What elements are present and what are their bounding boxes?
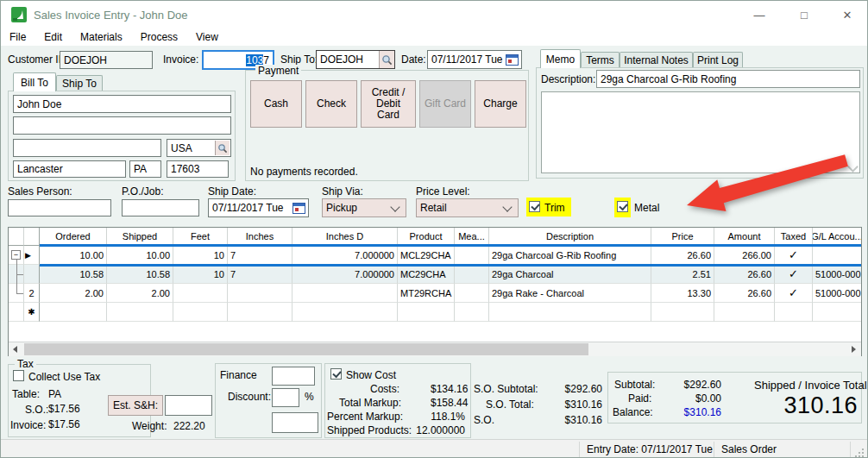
country-lookup-button[interactable] <box>215 141 230 155</box>
cell-inches[interactable] <box>228 284 292 303</box>
cell-ordered[interactable]: 10.00 <box>40 246 107 265</box>
resize-grip-icon[interactable] <box>859 452 860 454</box>
cell-inches[interactable]: 7 <box>228 246 292 265</box>
cell-inches-d[interactable] <box>292 284 398 303</box>
col-header-product[interactable]: Product <box>398 228 455 246</box>
cell-empty[interactable] <box>107 303 173 322</box>
col-header-shipped[interactable]: Shipped <box>107 228 173 246</box>
menu-file[interactable]: File <box>9 31 26 43</box>
grid-row-1[interactable]: − ▶ 10.00 10.00 10 7 7.000000 MCL29CHA 2… <box>9 246 861 265</box>
col-header-taxed[interactable]: Taxed <box>775 228 813 246</box>
metal-checkbox[interactable] <box>617 201 628 212</box>
grid-row-2[interactable]: 10.58 10.58 10 7 7.000000 MC29CHA 29ga C… <box>9 265 861 284</box>
maximize-button[interactable]: □ <box>786 1 822 28</box>
cell-empty[interactable] <box>651 303 714 322</box>
cell-gl-account[interactable]: 51000-000 <box>813 284 861 303</box>
grid-row-3[interactable]: 2 2.00 2.00 MT29RCHA 29ga Rake - Charcoa… <box>9 284 861 303</box>
cell-empty[interactable] <box>40 303 107 322</box>
cell-price[interactable]: 13.30 <box>651 284 714 303</box>
ship-via-dropdown[interactable]: Pickup <box>322 198 406 217</box>
minimize-button[interactable]: — <box>741 1 777 28</box>
cell-shipped[interactable]: 10.58 <box>107 265 173 284</box>
cell-amount[interactable]: 266.00 <box>714 246 775 265</box>
cell-taxed-check-icon[interactable]: ✓ <box>775 246 813 265</box>
cell-inches-d[interactable]: 7.000000 <box>292 265 398 284</box>
gift-card-button[interactable]: Gift Card <box>419 80 471 128</box>
col-header-description[interactable]: Description <box>489 228 651 246</box>
finance-extra-field[interactable] <box>272 412 318 433</box>
tab-print-log[interactable]: Print Log <box>693 52 743 68</box>
collapse-expand-icon[interactable]: − <box>11 250 21 260</box>
col-header-mea[interactable]: Mea... <box>455 228 489 246</box>
cell-inches-d[interactable]: 7.000000 <box>292 246 398 265</box>
finance-field[interactable] <box>272 367 315 386</box>
est-sh-button[interactable]: Est. S&H: <box>108 395 163 416</box>
cell-description[interactable]: 29ga Rake - Charcoal <box>489 284 651 303</box>
cell-gl-account[interactable] <box>813 246 861 265</box>
grid-horizontal-scrollbar[interactable] <box>9 342 861 356</box>
cell-feet[interactable]: 10 <box>173 265 228 284</box>
cell-taxed-check-icon[interactable]: ✓ <box>775 284 813 303</box>
cell-shipped[interactable]: 10.00 <box>107 246 173 265</box>
scroll-right-icon[interactable] <box>852 346 856 353</box>
show-cost-checkbox[interactable] <box>330 368 342 380</box>
col-header-feet[interactable]: Feet <box>173 228 228 246</box>
cell-ordered[interactable]: 10.58 <box>40 265 107 284</box>
ship-date-picker-button[interactable] <box>291 200 307 216</box>
credit-debit-card-button[interactable]: Credit / Debit Card <box>361 80 416 128</box>
cell-description[interactable]: 29ga Charcoal <box>489 265 651 284</box>
cell-gl-account[interactable]: 51000-000 <box>813 265 861 284</box>
collect-use-tax-checkbox[interactable] <box>13 370 24 381</box>
cell-feet[interactable] <box>173 284 228 303</box>
cell-taxed-check-icon[interactable]: ✓ <box>775 265 813 284</box>
cell-empty[interactable] <box>398 303 455 322</box>
tab-internal-notes[interactable]: Internal Notes <box>620 52 693 68</box>
cell-mea[interactable] <box>455 265 489 284</box>
cell-price[interactable]: 2.51 <box>651 265 714 284</box>
menu-materials[interactable]: Materials <box>80 31 123 43</box>
cell-price[interactable]: 26.60 <box>651 246 714 265</box>
est-sh-field[interactable] <box>165 395 212 416</box>
close-button[interactable]: ✕ <box>829 1 865 28</box>
menu-process[interactable]: Process <box>141 31 178 43</box>
po-job-field[interactable] <box>122 199 199 216</box>
city-field[interactable]: Lancaster <box>13 160 126 178</box>
tab-bill-to[interactable]: Bill To <box>13 72 56 91</box>
cell-description[interactable]: 29ga Charcoal G-Rib Roofing <box>489 246 651 265</box>
state-field[interactable]: PA <box>129 160 161 178</box>
cash-button[interactable]: Cash <box>250 80 302 128</box>
address-line2-field[interactable] <box>13 116 231 135</box>
charge-button[interactable]: Charge <box>475 80 526 128</box>
col-header-inches[interactable]: Inches <box>228 228 292 246</box>
scrollbar-thumb[interactable] <box>24 343 588 355</box>
check-button[interactable]: Check <box>305 80 357 128</box>
cell-shipped[interactable]: 2.00 <box>107 284 173 303</box>
cell-empty[interactable] <box>228 303 292 322</box>
cell-product[interactable]: MC29CHA <box>398 265 455 284</box>
ship-to-lookup-button[interactable] <box>379 51 394 68</box>
cell-ordered[interactable]: 2.00 <box>40 284 107 303</box>
date-picker-button[interactable] <box>504 52 520 67</box>
cell-empty[interactable] <box>455 303 489 322</box>
cell-feet[interactable]: 10 <box>173 246 228 265</box>
col-header-price[interactable]: Price <box>651 228 714 246</box>
country-field[interactable]: USA <box>167 139 231 157</box>
zip-field[interactable]: 17603 <box>167 160 229 178</box>
date-field[interactable]: 07/11/2017 Tue <box>427 50 522 69</box>
cell-empty[interactable] <box>813 303 861 322</box>
sales-person-field[interactable] <box>8 199 111 216</box>
cell-empty[interactable] <box>173 303 228 322</box>
trim-checkbox[interactable] <box>529 201 540 212</box>
tab-memo[interactable]: Memo <box>540 49 581 68</box>
cell-inches[interactable]: 7 <box>228 265 292 284</box>
cell-empty[interactable] <box>714 303 775 322</box>
ship-date-field[interactable]: 07/11/2017 Tue <box>208 198 309 217</box>
address-name-field[interactable]: John Doe <box>13 95 231 113</box>
col-header-gl-account[interactable]: G/L Accou... <box>813 228 861 246</box>
col-header-ordered[interactable]: Ordered <box>40 228 107 246</box>
ship-to-field[interactable]: DOEJOH <box>316 50 395 69</box>
cell-empty[interactable] <box>489 303 651 322</box>
address-line3-field[interactable] <box>13 139 161 157</box>
cell-mea[interactable] <box>455 284 489 303</box>
cell-empty[interactable] <box>292 303 398 322</box>
